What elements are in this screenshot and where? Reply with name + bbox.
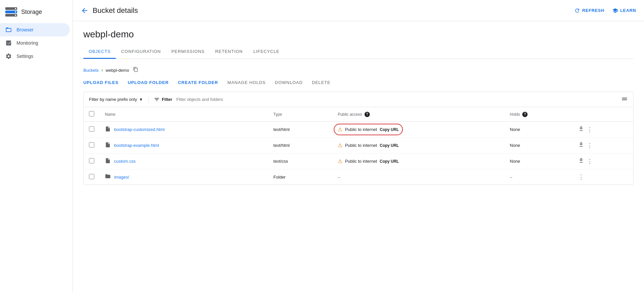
row-1-more-button[interactable]: ⋮ [587, 126, 593, 133]
row-2-more-button[interactable]: ⋮ [587, 142, 593, 149]
copy-bucket-name-button[interactable] [133, 67, 138, 73]
row-3-more-button[interactable]: ⋮ [587, 158, 593, 165]
row-4-actions-cell: ⋮ [573, 169, 633, 185]
row-2-checkbox[interactable] [89, 142, 94, 147]
filter-input[interactable] [176, 97, 617, 102]
row-3-checkbox[interactable] [89, 158, 94, 163]
filter-icon-area: Filter [154, 97, 172, 103]
name-column-header: Name [100, 107, 268, 122]
row-1-public-access-cell: ⚠ Public to internet Copy URL [332, 122, 504, 138]
tab-retention[interactable]: RETENTION [210, 45, 248, 59]
objects-table: Name Type Public access ? Holds ? [84, 107, 633, 185]
warning-icon: ⚠ [338, 126, 342, 133]
sidebar: Storage Browser Monitoring Settings [0, 0, 73, 292]
upload-files-button[interactable]: UPLOAD FILES [83, 80, 118, 85]
filter-label: Filter [162, 97, 172, 102]
holds-header-label: Holds [510, 112, 520, 116]
row-2-filename[interactable]: bootstrap-example.html [114, 143, 159, 148]
sidebar-item-settings-label: Settings [17, 54, 33, 59]
row-4-name-cell: images/ [100, 169, 268, 185]
holds-help-icon[interactable]: ? [522, 112, 528, 117]
row-2-public-access-text: Public to internet [345, 143, 377, 148]
content-area: webpl-demo OBJECTS CONFIGURATION PERMISS… [73, 21, 644, 292]
sidebar-logo: Storage [0, 3, 72, 23]
row-4-more-button[interactable]: ⋮ [578, 173, 584, 181]
actions-column-header [573, 107, 633, 122]
upload-folder-button[interactable]: UPLOAD FOLDER [128, 80, 169, 85]
public-access-header-label: Public access [338, 112, 362, 116]
monitoring-icon [5, 40, 12, 46]
row-3-public-access-cell: ⚠ Public to internet Copy URL [332, 153, 504, 169]
download-button[interactable]: DOWNLOAD [275, 80, 303, 85]
row-2-actions-cell: ⋮ [573, 138, 633, 153]
refresh-button[interactable]: REFRESH [574, 8, 604, 14]
type-header-label: Type [274, 112, 282, 117]
table-row: images/ Folder – – ⋮ [84, 169, 633, 185]
row-1-actions-cell: ⋮ [573, 122, 633, 138]
breadcrumb-buckets[interactable]: Buckets [83, 68, 99, 73]
row-1-checkbox[interactable] [89, 126, 94, 132]
action-row: UPLOAD FILES UPLOAD FOLDER CREATE FOLDER… [83, 80, 633, 85]
density-toggle-button[interactable] [621, 95, 628, 104]
file-icon [105, 158, 111, 165]
filter-icon [154, 97, 160, 103]
tab-lifecycle[interactable]: LIFECYCLE [248, 45, 285, 59]
back-button[interactable] [81, 7, 89, 15]
create-folder-button[interactable]: CREATE FOLDER [178, 80, 218, 85]
manage-holds-button[interactable]: MANAGE HOLDS [227, 80, 266, 85]
table-body: bootstrap-customized.html text/html ⚠ Pu… [84, 122, 633, 185]
row-3-download-button[interactable] [578, 157, 584, 165]
filter-dropdown-arrow: ▼ [139, 97, 143, 102]
folder-icon [105, 173, 111, 181]
warning-icon: ⚠ [338, 142, 342, 148]
refresh-label: REFRESH [582, 8, 604, 13]
tab-objects[interactable]: OBJECTS [83, 45, 116, 59]
top-header: Bucket details REFRESH LEARN [73, 0, 644, 21]
row-4-type-cell: Folder [268, 169, 333, 185]
row-4-filename[interactable]: images/ [114, 175, 129, 180]
row-3-type-cell: text/css [268, 153, 333, 169]
row-3-filename[interactable]: custom.css [114, 159, 136, 164]
filter-divider [148, 96, 149, 103]
row-3-checkbox-cell [84, 153, 100, 169]
row-3-holds-cell: None [504, 153, 573, 169]
row-4-public-access-cell: – [332, 169, 504, 185]
row-1-download-button[interactable] [578, 126, 584, 133]
public-access-column-header: Public access ? [332, 107, 504, 122]
row-2-public-access-cell: ⚠ Public to internet Copy URL [332, 138, 504, 153]
breadcrumb-current: webpl-demo [106, 68, 129, 73]
select-all-checkbox[interactable] [89, 111, 94, 116]
delete-button[interactable]: DELETE [312, 80, 330, 85]
sidebar-item-monitoring-label: Monitoring [17, 40, 38, 46]
tab-permissions[interactable]: PERMISSIONS [166, 45, 210, 59]
row-4-holds-cell: – [504, 169, 573, 185]
sidebar-logo-text: Storage [21, 9, 42, 16]
svg-point-4 [15, 11, 16, 13]
svg-point-3 [15, 8, 16, 9]
filter-prefix-dropdown[interactable]: Filter by name prefix only ▼ [89, 97, 143, 102]
table-row: custom.css text/css ⚠ Public to internet… [84, 153, 633, 169]
sidebar-item-browser[interactable]: Browser [0, 23, 70, 36]
learn-label: LEARN [620, 8, 636, 13]
sidebar-item-settings[interactable]: Settings [0, 50, 70, 63]
row-2-copy-url-button[interactable]: Copy URL [380, 143, 399, 148]
row-1-type-cell: text/html [268, 122, 333, 138]
tab-configuration[interactable]: CONFIGURATION [116, 45, 166, 59]
row-4-checkbox[interactable] [89, 174, 94, 179]
storage-logo-icon [5, 7, 17, 17]
public-access-help-icon[interactable]: ? [365, 112, 370, 117]
row-3-copy-url-button[interactable]: Copy URL [380, 159, 399, 164]
select-all-header [84, 107, 100, 122]
row-2-name-cell: bootstrap-example.html [100, 138, 268, 153]
row-1-holds-cell: None [504, 122, 573, 138]
row-1-filename[interactable]: bootstrap-customized.html [114, 127, 164, 132]
row-1-public-access-text: Public to internet [345, 127, 377, 132]
row-2-holds-cell: None [504, 138, 573, 153]
type-column-header: Type [268, 107, 333, 122]
browser-icon [5, 26, 12, 33]
sidebar-item-monitoring[interactable]: Monitoring [0, 36, 70, 50]
row-2-download-button[interactable] [578, 142, 584, 149]
row-1-copy-url-button[interactable]: Copy URL [380, 127, 399, 132]
row-4-checkbox-cell [84, 169, 100, 185]
learn-button[interactable]: LEARN [612, 8, 636, 14]
